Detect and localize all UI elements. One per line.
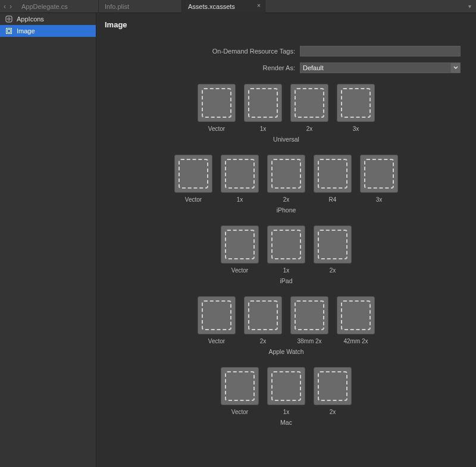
- slot-row: Vector1x2x: [220, 225, 353, 274]
- asset-sidebar: AppIconsImage: [0, 13, 96, 467]
- slot-label: Vector: [231, 267, 248, 274]
- image-well[interactable]: [267, 225, 305, 264]
- drop-target-icon: [364, 159, 394, 189]
- tab-label: Info.plist: [105, 3, 129, 10]
- image-well[interactable]: [290, 84, 328, 122]
- nav-forward-button[interactable]: ›: [10, 3, 12, 10]
- on-demand-tags-label: On-Demand Resource Tags:: [105, 48, 295, 55]
- image-well[interactable]: [360, 155, 398, 193]
- image-well[interactable]: [244, 84, 282, 122]
- tab-appdelegate-cs[interactable]: AppDelegate.cs: [15, 0, 99, 13]
- slot-label: 2x: [260, 338, 267, 344]
- slot-label: Vector: [208, 338, 225, 344]
- nav-back-button[interactable]: ‹: [4, 3, 6, 10]
- slot-label: 2x: [330, 409, 336, 415]
- drop-target-icon: [178, 159, 208, 189]
- asset-group-universal: Vector1x2x3xUniversal: [105, 84, 468, 143]
- image-well[interactable]: [221, 367, 259, 405]
- chevron-down-icon[interactable]: [451, 62, 461, 73]
- tab-info-plist[interactable]: Info.plist: [99, 0, 182, 13]
- tab-bar: ‹ › AppDelegate.csInfo.plistAssets.xcass…: [0, 0, 476, 13]
- image-well[interactable]: [267, 155, 305, 193]
- render-as-value: Default: [300, 62, 451, 73]
- image-slot: 2x: [243, 296, 283, 344]
- drop-target-icon: [225, 371, 255, 401]
- slot-label: R4: [329, 196, 337, 203]
- asset-group-mac: Vector1x2xMac: [105, 367, 468, 426]
- image-slot: 3x: [359, 155, 399, 203]
- image-well[interactable]: [198, 84, 236, 122]
- svg-rect-3: [8, 30, 11, 33]
- slot-label: 3x: [376, 196, 383, 203]
- image-well[interactable]: [314, 367, 352, 405]
- asset-group-iphone: Vector1x2xR43xiPhone: [105, 155, 468, 214]
- drop-target-icon: [295, 300, 324, 330]
- group-label: Mac: [105, 419, 468, 426]
- drop-target-icon: [341, 88, 371, 118]
- tab-label: AppDelegate.cs: [21, 3, 68, 10]
- sidebar-item-image[interactable]: Image: [0, 25, 96, 37]
- image-well[interactable]: [290, 296, 328, 334]
- drop-target-icon: [248, 88, 278, 118]
- svg-rect-2: [7, 29, 12, 34]
- close-icon[interactable]: ×: [255, 2, 262, 10]
- image-well[interactable]: [221, 225, 259, 264]
- image-well[interactable]: [221, 155, 259, 193]
- nav-arrows: ‹ ›: [0, 3, 15, 10]
- appicon-icon: [5, 15, 13, 23]
- image-well[interactable]: [314, 155, 352, 193]
- slot-label: 2x: [330, 267, 336, 274]
- image-well[interactable]: [174, 155, 212, 193]
- slot-label: 38mm 2x: [297, 338, 321, 344]
- drop-target-icon: [271, 371, 301, 401]
- image-slot: 1x: [243, 84, 283, 132]
- drop-target-icon: [202, 88, 231, 118]
- image-well[interactable]: [198, 296, 236, 334]
- group-label: Apple Watch: [105, 348, 468, 355]
- drop-target-icon: [202, 300, 231, 330]
- drop-target-icon: [271, 230, 301, 259]
- tab-assets-xcassets[interactable]: Assets.xcassets×: [182, 0, 265, 13]
- page-title: Image: [105, 20, 468, 29]
- image-well[interactable]: [337, 84, 375, 122]
- image-slot: Vector: [173, 155, 214, 203]
- image-slot: 2x: [266, 155, 306, 203]
- group-label: Universal: [105, 136, 468, 143]
- image-well[interactable]: [267, 367, 305, 405]
- slot-row: Vector1x2x3x: [196, 84, 376, 132]
- tab-label: Assets.xcassets: [188, 3, 235, 10]
- image-slot: Vector: [196, 296, 237, 344]
- image-slot: 42mm 2x: [336, 296, 376, 344]
- slot-row: Vector2x38mm 2x42mm 2x: [196, 296, 376, 344]
- drop-target-icon: [248, 300, 278, 330]
- slot-label: 1x: [260, 126, 267, 132]
- render-as-select[interactable]: Default: [300, 62, 461, 73]
- tab-overflow-button[interactable]: ▾: [464, 3, 476, 10]
- image-well[interactable]: [337, 296, 375, 334]
- drop-target-icon: [341, 300, 371, 330]
- drop-target-icon: [225, 230, 255, 259]
- slot-row: Vector1x2xR43x: [173, 155, 399, 203]
- image-well[interactable]: [314, 225, 352, 264]
- asset-group-apple-watch: Vector2x38mm 2x42mm 2xApple Watch: [105, 296, 468, 355]
- image-slot: 2x: [312, 225, 353, 274]
- image-slot: 1x: [266, 367, 306, 415]
- sidebar-item-label: Image: [17, 27, 35, 35]
- group-label: iPhone: [105, 206, 468, 214]
- slot-row: Vector1x2x: [220, 367, 353, 415]
- svg-point-1: [8, 18, 10, 20]
- image-slot: Vector: [220, 225, 260, 274]
- image-well[interactable]: [244, 296, 282, 334]
- slot-label: 42mm 2x: [343, 338, 368, 344]
- drop-target-icon: [318, 371, 347, 401]
- sidebar-item-appicons[interactable]: AppIcons: [0, 13, 96, 25]
- image-slot: R4: [312, 155, 353, 203]
- on-demand-tags-input[interactable]: [300, 46, 461, 57]
- render-as-label: Render As:: [105, 64, 295, 71]
- drop-target-icon: [225, 159, 255, 189]
- drop-target-icon: [271, 159, 301, 189]
- slot-label: 3x: [353, 126, 359, 132]
- slot-label: 1x: [237, 196, 243, 203]
- image-slot: 38mm 2x: [289, 296, 330, 344]
- image-slot: Vector: [196, 84, 237, 132]
